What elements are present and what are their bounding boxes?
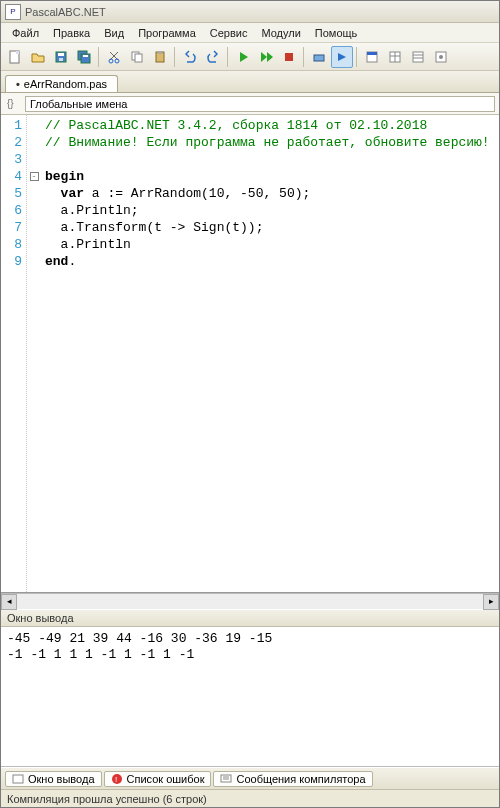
redo-button[interactable] bbox=[202, 46, 224, 68]
app-icon: P bbox=[5, 4, 21, 20]
save-all-button[interactable] bbox=[73, 46, 95, 68]
svg-rect-21 bbox=[413, 52, 423, 62]
svg-rect-4 bbox=[59, 58, 63, 61]
svg-rect-15 bbox=[314, 55, 324, 61]
form-designer-button[interactable] bbox=[361, 46, 383, 68]
scope-label: Глобальные имена bbox=[30, 98, 128, 110]
menubar: Файл Правка Вид Программа Сервис Модули … bbox=[1, 23, 499, 43]
svg-rect-7 bbox=[83, 55, 88, 57]
undo-button[interactable] bbox=[179, 46, 201, 68]
fold-toggle-icon[interactable]: - bbox=[30, 172, 39, 181]
svg-rect-3 bbox=[58, 53, 64, 56]
step-button[interactable] bbox=[331, 46, 353, 68]
toolbar-separator bbox=[98, 47, 100, 67]
menu-modules[interactable]: Модули bbox=[254, 25, 307, 41]
run-no-debug-button[interactable] bbox=[255, 46, 277, 68]
status-text: Компиляция прошла успешно (6 строк) bbox=[7, 793, 207, 805]
scope-bar: {} Глобальные имена bbox=[1, 93, 499, 115]
menu-edit[interactable]: Правка bbox=[46, 25, 97, 41]
cut-button[interactable] bbox=[103, 46, 125, 68]
bottom-tab-bar: Окно вывода ! Список ошибок Сообщения ко… bbox=[1, 767, 499, 789]
menu-help[interactable]: Помощь bbox=[308, 25, 365, 41]
new-file-button[interactable] bbox=[4, 46, 26, 68]
output-line: -45 -49 21 39 44 -16 30 -36 19 -15 bbox=[7, 631, 272, 646]
svg-text:!: ! bbox=[115, 775, 117, 784]
tab-output[interactable]: Окно вывода bbox=[5, 771, 102, 787]
svg-rect-27 bbox=[13, 775, 23, 783]
code-content[interactable]: // PascalABC.NET 3.4.2, сборка 1814 от 0… bbox=[41, 115, 499, 592]
statusbar: Компиляция прошла успешно (6 строк) bbox=[1, 789, 499, 807]
line-number-gutter: 1 2 3 4 5 6 7 8 9 bbox=[1, 115, 27, 592]
scroll-left-icon[interactable]: ◂ bbox=[1, 594, 17, 610]
options-button[interactable] bbox=[430, 46, 452, 68]
toolbar-separator bbox=[174, 47, 176, 67]
tab-compiler-messages[interactable]: Сообщения компилятора bbox=[213, 771, 372, 787]
errors-tab-icon: ! bbox=[111, 773, 123, 785]
tab-label: Список ошибок bbox=[127, 773, 205, 785]
document-tabbar: • eArrRandom.pas bbox=[1, 71, 499, 93]
run-button[interactable] bbox=[232, 46, 254, 68]
navigator-button[interactable] bbox=[407, 46, 429, 68]
document-tab[interactable]: • eArrRandom.pas bbox=[5, 75, 118, 92]
svg-rect-17 bbox=[367, 52, 377, 55]
paste-button[interactable] bbox=[149, 46, 171, 68]
open-file-button[interactable] bbox=[27, 46, 49, 68]
copy-button[interactable] bbox=[126, 46, 148, 68]
tab-errors[interactable]: ! Список ошибок bbox=[104, 771, 212, 787]
compile-button[interactable] bbox=[308, 46, 330, 68]
modified-indicator: • bbox=[16, 78, 20, 90]
fold-gutter: - bbox=[27, 115, 41, 592]
code-editor[interactable]: 1 2 3 4 5 6 7 8 9 - // PascalABC.NET 3.4… bbox=[1, 115, 499, 593]
menu-file[interactable]: Файл bbox=[5, 25, 46, 41]
toolbar-separator bbox=[227, 47, 229, 67]
scope-dropdown[interactable]: Глобальные имена bbox=[25, 96, 495, 112]
tab-label: Окно вывода bbox=[28, 773, 95, 785]
toolbar bbox=[1, 43, 499, 71]
svg-rect-11 bbox=[135, 54, 142, 62]
svg-point-25 bbox=[439, 55, 443, 59]
output-tab-icon bbox=[12, 773, 24, 785]
tab-label: Сообщения компилятора bbox=[236, 773, 365, 785]
output-pane[interactable]: -45 -49 21 39 44 -16 30 -36 19 -15 -1 -1… bbox=[1, 627, 499, 767]
output-pane-title: Окно вывода bbox=[1, 609, 499, 627]
tab-filename: eArrRandom.pas bbox=[24, 78, 107, 90]
horizontal-scrollbar[interactable]: ◂ ▸ bbox=[1, 593, 499, 609]
properties-button[interactable] bbox=[384, 46, 406, 68]
menu-program[interactable]: Программа bbox=[131, 25, 203, 41]
toolbar-separator bbox=[303, 47, 305, 67]
svg-text:{}: {} bbox=[7, 98, 14, 109]
output-line: -1 -1 1 1 1 -1 1 -1 1 -1 bbox=[7, 647, 194, 662]
messages-tab-icon bbox=[220, 773, 232, 785]
scroll-right-icon[interactable]: ▸ bbox=[483, 594, 499, 610]
toolbar-separator bbox=[356, 47, 358, 67]
svg-rect-13 bbox=[158, 51, 162, 54]
window-title: PascalABC.NET bbox=[25, 6, 106, 18]
svg-rect-14 bbox=[285, 53, 293, 61]
stop-button[interactable] bbox=[278, 46, 300, 68]
menu-view[interactable]: Вид bbox=[97, 25, 131, 41]
svg-rect-1 bbox=[16, 51, 19, 54]
titlebar: P PascalABC.NET bbox=[1, 1, 499, 23]
scope-icon: {} bbox=[5, 96, 21, 112]
save-button[interactable] bbox=[50, 46, 72, 68]
menu-service[interactable]: Сервис bbox=[203, 25, 255, 41]
